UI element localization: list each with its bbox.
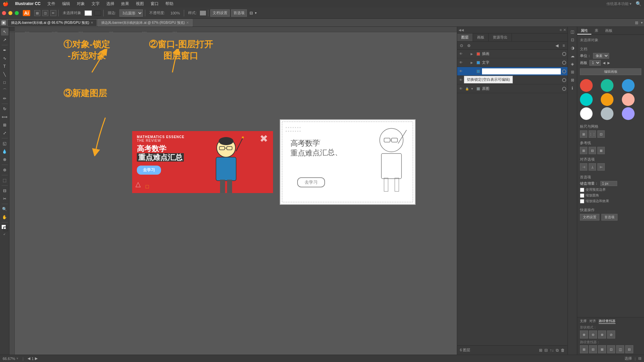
tab-1-close[interactable]: ✕ [91,21,93,24]
maximize-button[interactable] [15,11,19,15]
layers-tab-artboard[interactable]: 画板 [473,34,489,41]
swatch-white[interactable] [580,107,593,120]
edit-artboard-btn[interactable]: 编辑画板 [580,68,641,75]
tab-document-1[interactable]: 插边风-banner演示稿.ai @ 66.67% (RGB/GPU 预览) ✕ [7,19,97,26]
close-button[interactable] [2,11,6,15]
swatch-orange[interactable] [601,93,613,106]
quick-doc-settings-btn[interactable]: 文档设置 [580,214,599,221]
pf-outline-btn[interactable]: ◫ [616,345,624,353]
navigator-icon[interactable]: ⊠ [569,76,576,84]
menu-window[interactable]: 窗口 [148,0,161,7]
swatch-red[interactable] [580,79,593,92]
pf-trim-btn[interactable]: ⊟ [589,345,597,353]
pf-merge-btn[interactable]: ⊠ [598,345,606,353]
duplicate-layer-btn[interactable]: ⧉ [556,348,559,353]
style-swatch[interactable] [200,11,206,15]
graph-tool[interactable]: ⬚ [1,177,8,184]
properties-panel-icon[interactable]: ◫ [569,28,576,36]
layers-panel-menu-btn[interactable]: ≡ [560,28,562,32]
guide-btn-1[interactable]: ⊞ [580,147,587,154]
tabs-arrange-icon[interactable]: ⊞ [632,20,641,25]
zoom-value[interactable]: 66.67% [3,357,15,361]
menu-file[interactable]: 文件 [45,0,58,7]
layers-tab-layers[interactable]: 图层 [457,34,473,41]
workspace-icon[interactable]: ▤ [34,10,40,16]
layer-row-original[interactable]: 👁 🔒 ▼ 原图 [457,84,568,93]
artboard-nav-next[interactable]: ▶ [607,61,610,65]
paintbrush-tool[interactable]: ⌒ [1,87,8,94]
layer-expand-original[interactable]: ▼ [471,87,475,90]
rect-tool[interactable]: □ [1,79,8,86]
keyboard-increment-input[interactable] [600,181,617,186]
zoom-tool[interactable]: 🔍 [1,205,8,213]
bottom-tab-pathfinder[interactable]: 路径查找器 [599,319,615,324]
fill-stroke-reset[interactable]: ↙ [3,233,6,236]
artboard-nav-left[interactable]: ◀ [28,356,30,361]
zoom-dropdown[interactable]: ▾ [16,356,18,361]
layer-visibility-illustration[interactable]: 👁 [459,52,463,56]
stroke-color-stroke[interactable] [94,10,101,16]
curvature-tool[interactable]: ∿ [1,55,8,62]
menu-edit[interactable]: 编辑 [59,0,73,7]
selection-tool[interactable]: ↖ [1,28,8,36]
layer-row-illustration[interactable]: 👁 ▶ 插画 [457,50,568,58]
properties-tab[interactable]: 属性 [577,27,591,35]
pf-divide-btn[interactable]: ⊞ [580,345,588,353]
layer-lock-illustration[interactable] [465,52,469,56]
layer-expand-illustration[interactable]: ▶ [471,52,475,56]
snap-dot-btn[interactable]: ⋮⋮ [589,130,596,138]
layers-panel-close-btn[interactable]: ✕ [563,28,566,32]
layers-panel-icon1[interactable]: ⊙ [459,43,465,49]
scale-corners-checkbox[interactable] [580,193,584,198]
new-sublayer-btn[interactable]: ⊟ [544,348,548,353]
shape-intersect-btn[interactable]: ⊗ [598,330,606,339]
bottom-tab-transform[interactable]: 支撑 [580,319,587,324]
snap-grid-btn[interactable]: ⊞ [580,130,587,138]
transform-panel-icon[interactable]: ⊡ [569,36,576,44]
layer-target-text[interactable] [562,61,566,65]
slice-tool[interactable]: ✂ [1,195,8,202]
scale-stroke-checkbox[interactable] [580,199,584,203]
menu-select[interactable]: 选择 [104,0,117,7]
align-left-btn[interactable]: ⊣ [580,163,587,171]
gradient-tool[interactable]: ◱ [1,140,8,147]
rotate-tool[interactable]: ↻ [1,105,8,113]
layers-panel-collapse-btn[interactable]: ◀◀ [459,28,464,32]
move-layer-btn[interactable]: ↑↓ [550,348,554,353]
eyedropper-tool[interactable]: 💧 [1,148,8,155]
line-tool[interactable]: ╲ [1,71,8,78]
doc-settings-btn[interactable]: 文档设置 [210,9,230,17]
layers-toggle-btn[interactable]: ◀ [554,43,560,49]
layers-icon[interactable]: ⊞ [569,68,576,76]
appearance-icon[interactable]: ◈ [569,60,576,68]
direct-select-tool[interactable]: ↗ [1,36,8,44]
swatch-lavender[interactable] [622,107,635,120]
layer-row-text[interactable]: 👁 ▶ 文字 [457,58,568,67]
pen-icon[interactable]: ✏ [50,10,56,16]
reflect-tool[interactable]: ⟺ [1,113,8,121]
cc-libraries-icon[interactable]: ☁ [569,52,576,60]
artboard-tool[interactable]: ⊟ [1,187,8,194]
swatch-teal[interactable] [601,79,613,92]
shape-exclude-btn[interactable]: ⊘ [607,330,615,339]
scale-tool[interactable]: ⊞ [1,121,8,129]
menu-illustrator[interactable]: Illustrator CC [12,1,43,7]
swatch-silver[interactable] [601,107,613,120]
unit-select[interactable]: 像素点毫米 [593,53,609,59]
layer-row-editing[interactable]: 👁 切换锁定(空白表示可编辑) [457,67,568,76]
layer-lock-editing[interactable] [465,69,469,74]
swatch-peach[interactable] [622,93,635,106]
arrange-icon[interactable]: ⊟ [250,11,253,15]
symbol-tool[interactable]: ⊛ [1,166,8,174]
guide-btn-2[interactable]: ⊟ [589,147,596,154]
color-panel-icon[interactable]: ◑ [569,44,576,52]
align-center-btn[interactable]: ⊥ [589,163,596,171]
layers-panel-icon2[interactable]: ⊚ [466,43,472,49]
search-icon[interactable]: 🔍 [636,1,641,6]
swatch-blue[interactable] [622,79,635,92]
swatch-cyan[interactable] [580,93,593,106]
tab-document-2[interactable]: 插边风-banner演示稿的副本.ai @ 67% (RGB/GPU 预览) ✕ [98,19,193,26]
layer-target-colors[interactable] [562,78,566,82]
menu-type[interactable]: 文字 [89,0,102,7]
libraries-tab[interactable]: 库 [591,27,602,35]
